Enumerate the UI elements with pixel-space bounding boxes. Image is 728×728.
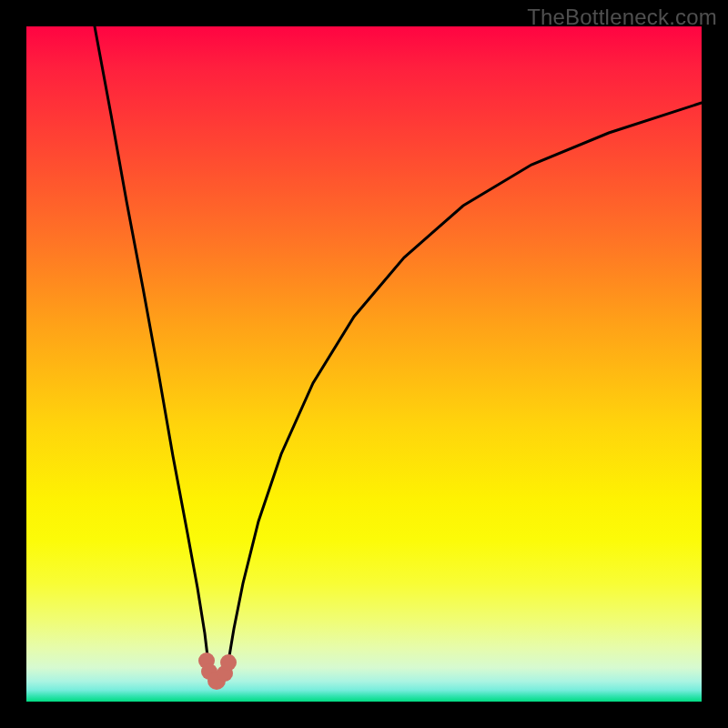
watermark-text: TheBottleneck.com (527, 5, 717, 30)
minimum-marker (220, 654, 237, 671)
curve-right-branch (227, 103, 702, 670)
plot-area (26, 26, 702, 702)
chart-frame: TheBottleneck.com (0, 0, 728, 728)
bottleneck-curve (26, 26, 702, 702)
curve-left-branch (95, 26, 209, 670)
